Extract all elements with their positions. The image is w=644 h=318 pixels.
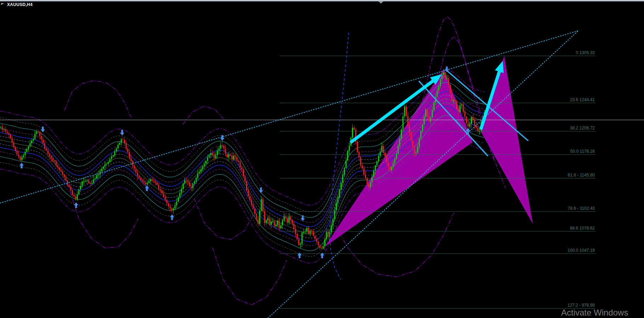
trendlines[interactable]: [0, 31, 578, 318]
candle-body: [210, 153, 211, 155]
candle-body: [103, 167, 104, 169]
candle-body: [306, 228, 307, 232]
candle-body: [433, 103, 434, 111]
candle-body: [326, 232, 327, 239]
buy-signal-arrow[interactable]: [320, 253, 324, 258]
candle-body: [438, 86, 439, 90]
candle-body: [367, 178, 368, 184]
harmonic-pattern-triangle[interactable]: [481, 56, 533, 224]
candle-body: [327, 232, 329, 237]
candle-body: [316, 239, 317, 242]
candle-body: [461, 104, 462, 105]
candle-body: [332, 219, 334, 225]
candle-body: [474, 120, 475, 125]
candle-body: [248, 190, 249, 196]
candle-body: [302, 233, 303, 244]
candle-body: [196, 178, 197, 182]
sell-signal-arrow[interactable]: [120, 130, 124, 135]
candle-body: [114, 151, 115, 156]
candle-body: [77, 195, 78, 200]
candle-body: [72, 190, 73, 195]
candle-body: [318, 242, 319, 245]
buy-signal-arrow[interactable]: [19, 163, 24, 168]
buy-signal-arrow[interactable]: [297, 253, 302, 258]
candle-body: [425, 109, 426, 117]
candle-body: [74, 195, 75, 196]
candle-body: [5, 129, 6, 132]
fib-level-label: 50.0 1176.26: [570, 149, 595, 154]
candle-body: [243, 169, 244, 177]
candle-body: [275, 225, 277, 226]
candle-body: [339, 190, 340, 197]
candle-body: [165, 197, 166, 200]
candle-body: [404, 106, 405, 116]
candle-body: [135, 169, 136, 173]
candle-body: [29, 143, 30, 146]
candle-body: [458, 109, 459, 112]
candle-body: [168, 203, 169, 207]
candle-body: [191, 186, 192, 188]
candle-body: [448, 78, 449, 85]
candle-body: [134, 166, 135, 169]
activate-windows-watermark: Activate Windows: [561, 308, 628, 318]
candle-body: [91, 183, 92, 184]
candle-body: [36, 132, 37, 134]
candle-body: [360, 157, 361, 165]
candle-body: [150, 179, 151, 181]
candle-body: [178, 197, 179, 201]
candle-body: [64, 175, 65, 178]
candle-body: [143, 181, 144, 183]
sell-signal-arrow[interactable]: [41, 127, 45, 132]
candle-body: [205, 161, 206, 164]
candle-body: [305, 231, 306, 232]
trend-arrow-head[interactable]: [495, 61, 504, 73]
dotted-trendline[interactable]: [268, 31, 578, 318]
candle-body: [65, 177, 67, 180]
candle-body: [122, 139, 124, 139]
candle-body: [352, 128, 353, 138]
candle-body: [282, 220, 283, 225]
candle-body: [411, 133, 412, 141]
buy-signal-arrow[interactable]: [74, 202, 78, 208]
candle-body: [398, 146, 399, 154]
candle-body: [158, 185, 159, 189]
candle-body: [420, 131, 421, 138]
candle-body: [298, 239, 299, 245]
candle-body: [42, 140, 44, 144]
candle-body: [111, 157, 112, 159]
candle-body: [297, 234, 298, 239]
candle-body: [241, 167, 242, 169]
candle-body: [289, 216, 290, 223]
candle-body: [256, 214, 257, 219]
candle-body: [313, 231, 314, 236]
dashed-curve-line[interactable]: [330, 33, 349, 279]
fib-level-label: 100.0 1047.19: [568, 248, 595, 253]
buy-signal-arrow[interactable]: [145, 185, 149, 191]
buy-signal-arrow[interactable]: [170, 214, 174, 220]
candle-body: [217, 151, 218, 155]
candle-body: [148, 181, 149, 183]
candle-body: [23, 155, 24, 157]
candle-body: [319, 245, 320, 248]
candle-body: [274, 221, 275, 226]
candle-body: [419, 138, 420, 146]
candle-body: [479, 131, 480, 131]
candle-body: [295, 229, 296, 234]
candle-body: [381, 146, 382, 152]
candle-body: [207, 157, 208, 161]
chart-canvas[interactable]: 0 1305.3323.6 1244.4138.2 1206.7250.0 11…: [0, 0, 644, 318]
candle-body: [293, 224, 295, 229]
candle-body: [473, 117, 474, 120]
candle-body: [314, 236, 315, 239]
candle-body: [80, 186, 81, 190]
candle-body: [51, 157, 52, 158]
candle-body: [129, 152, 130, 158]
candle-body: [336, 203, 337, 210]
candle-body: [389, 167, 391, 170]
candle-body: [437, 91, 438, 97]
candle-body: [269, 218, 270, 225]
candle-body: [285, 216, 286, 218]
candle-body: [363, 168, 364, 175]
candle-body: [57, 166, 58, 167]
sell-signal-arrow[interactable]: [259, 187, 263, 193]
